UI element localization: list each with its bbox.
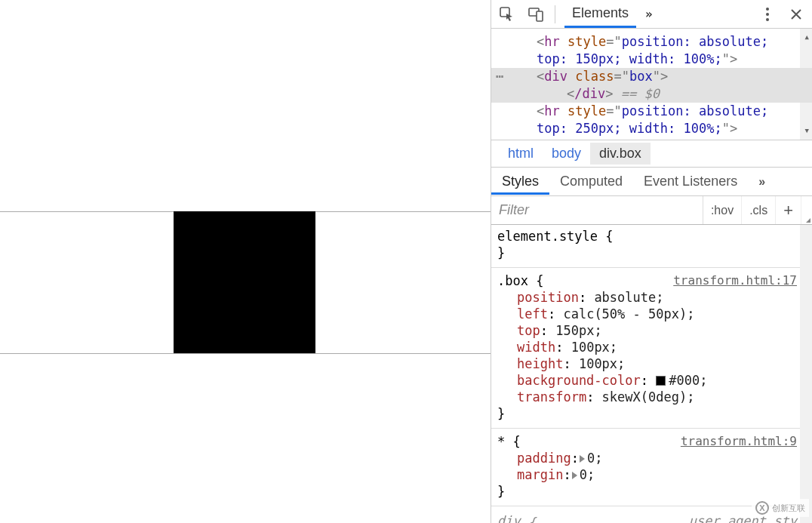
scroll-up-icon[interactable]: ▲ xyxy=(805,29,809,46)
styles-filter-bar: :hov .cls + xyxy=(491,196,812,225)
rule-source-link[interactable]: transform.html:17 xyxy=(673,272,797,289)
horizontal-rule-bottom xyxy=(0,353,491,354)
expand-icon[interactable] xyxy=(580,455,585,463)
svg-point-5 xyxy=(766,18,769,21)
devtools-toolbar: Elements » xyxy=(491,0,812,29)
device-toggle-icon[interactable] xyxy=(526,5,546,24)
styles-rules-pane[interactable]: element.style { } transform.html:17 .box… xyxy=(491,225,812,523)
dom-tree[interactable]: ▲ ▼ <hr style="position: absolute; top: … xyxy=(491,29,812,140)
svg-point-4 xyxy=(766,13,769,16)
breadcrumb-divbox[interactable]: div.box xyxy=(590,143,651,165)
rule-box[interactable]: transform.html:17 .box { position: absol… xyxy=(497,272,812,422)
styles-filter-input[interactable] xyxy=(491,196,703,224)
svg-rect-2 xyxy=(537,11,543,21)
tab-event-listeners[interactable]: Event Listeners xyxy=(633,169,748,194)
watermark-logo-icon: X xyxy=(755,501,769,515)
breadcrumb: html body div.box xyxy=(491,140,812,168)
tab-elements[interactable]: Elements xyxy=(564,1,636,28)
dom-node-hr2[interactable]: <hr style="position: absolute; top: 250p… xyxy=(491,103,812,137)
styles-tabs-overflow-icon[interactable]: » xyxy=(748,171,776,193)
close-icon[interactable] xyxy=(786,5,806,24)
rule-element-style[interactable]: element.style { } xyxy=(497,228,812,261)
rule-source-link[interactable]: transform.html:9 xyxy=(681,433,797,450)
styles-tabs: Styles Computed Event Listeners » xyxy=(491,168,812,196)
new-rule-button[interactable]: + xyxy=(776,196,801,224)
black-box xyxy=(174,211,315,353)
watermark: X 创新互联 xyxy=(752,499,809,517)
breadcrumb-body[interactable]: body xyxy=(543,143,590,165)
page-viewport xyxy=(0,0,491,523)
watermark-text: 创新互联 xyxy=(772,503,805,514)
scroll-down-icon[interactable]: ▼ xyxy=(805,122,809,140)
rule-star[interactable]: transform.html:9 * { padding:0; margin:0… xyxy=(497,433,812,500)
expand-icon[interactable] xyxy=(572,472,577,479)
cls-toggle[interactable]: .cls xyxy=(742,196,776,224)
color-swatch-icon[interactable] xyxy=(656,376,666,386)
tab-computed[interactable]: Computed xyxy=(549,169,633,194)
dom-node-hr1[interactable]: <hr style="position: absolute; top: 150p… xyxy=(491,33,812,68)
tabs-overflow-icon[interactable]: » xyxy=(645,7,653,21)
tab-styles[interactable]: Styles xyxy=(491,169,549,195)
devtools-panel: Elements » ▲ ▼ <hr style="position: abso… xyxy=(491,0,812,523)
breadcrumb-html[interactable]: html xyxy=(499,143,543,165)
hov-toggle[interactable]: :hov xyxy=(703,196,742,224)
kebab-menu-icon[interactable] xyxy=(758,5,777,24)
filter-resize-icon[interactable] xyxy=(801,196,812,224)
dom-node-div-box[interactable]: <div class="box"> </div> == $0 xyxy=(491,68,812,103)
inspect-icon[interactable] xyxy=(497,5,517,24)
svg-point-3 xyxy=(766,8,769,11)
